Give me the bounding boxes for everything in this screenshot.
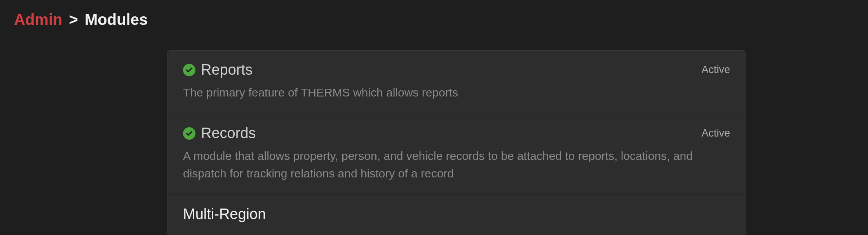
module-status: Active <box>701 127 730 139</box>
breadcrumb-admin-link[interactable]: Admin <box>14 11 62 28</box>
module-description: The primary feature of THERMS which allo… <box>183 84 704 101</box>
check-circle-icon <box>183 127 195 140</box>
module-card-multi-region[interactable]: Multi-Region <box>167 195 746 235</box>
module-description: A module that allows property, person, a… <box>183 147 704 182</box>
module-header: Records Active <box>183 125 730 142</box>
breadcrumb-current: Modules <box>85 11 148 28</box>
module-title: Records <box>201 125 256 142</box>
module-list: Reports Active The primary feature of TH… <box>167 50 746 235</box>
module-header: Reports Active <box>183 61 730 78</box>
module-title-group: Multi-Region <box>183 206 266 223</box>
module-title: Multi-Region <box>183 206 266 223</box>
module-title: Reports <box>201 61 253 78</box>
module-title-group: Records <box>183 125 256 142</box>
module-card-reports[interactable]: Reports Active The primary feature of TH… <box>167 51 746 114</box>
breadcrumb: Admin > Modules <box>0 0 868 39</box>
module-header: Multi-Region <box>183 206 730 223</box>
module-status: Active <box>701 64 730 76</box>
module-card-records[interactable]: Records Active A module that allows prop… <box>167 114 746 195</box>
module-title-group: Reports <box>183 61 253 78</box>
breadcrumb-separator: > <box>69 11 78 28</box>
check-circle-icon <box>183 64 195 76</box>
